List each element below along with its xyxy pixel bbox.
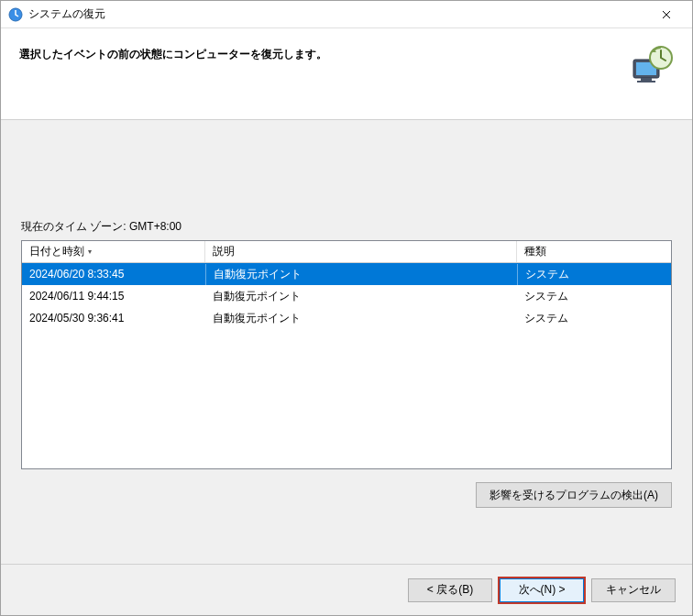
restore-points-table: 日付と時刻 ▾ 説明 種類 2024/06/20 8:33:45自動復元ポイント… <box>21 240 672 469</box>
column-type-label: 種類 <box>524 244 546 259</box>
column-description[interactable]: 説明 <box>205 241 517 262</box>
footer: < 戻る(B) 次へ(N) > キャンセル <box>1 564 692 615</box>
svg-rect-5 <box>637 81 655 82</box>
system-restore-icon <box>8 7 23 22</box>
cell-description: 自動復元ポイント <box>205 264 517 285</box>
header-text: 選択したイベントの前の状態にコンピューターを復元します。 <box>19 43 327 62</box>
restore-hero-icon <box>630 43 674 87</box>
column-date-label: 日付と時刻 <box>29 244 84 259</box>
spacer <box>21 137 672 219</box>
back-button[interactable]: < 戻る(B) <box>408 578 492 602</box>
cell-description: 自動復元ポイント <box>205 308 517 329</box>
scan-row: 影響を受けるプログラムの検出(A) <box>21 482 672 508</box>
next-button[interactable]: 次へ(N) > <box>500 578 584 602</box>
column-type[interactable]: 種類 <box>517 241 671 262</box>
cell-date: 2024/06/20 8:33:45 <box>22 265 205 283</box>
table-row[interactable]: 2024/06/20 8:33:45自動復元ポイントシステム <box>22 263 671 285</box>
system-restore-window: システムの復元 選択したイベントの前の状態にコンピューターを復元します。 現在の… <box>0 0 693 616</box>
titlebar: システムの復元 <box>1 1 692 28</box>
cell-date: 2024/06/11 9:44:15 <box>22 287 205 305</box>
window-title: システムの復元 <box>28 6 648 22</box>
close-button[interactable] <box>648 2 685 28</box>
header: 選択したイベントの前の状態にコンピューターを復元します。 <box>1 28 692 120</box>
table-body: 2024/06/20 8:33:45自動復元ポイントシステム2024/06/11… <box>22 263 671 468</box>
table-header: 日付と時刻 ▾ 説明 種類 <box>22 241 671 263</box>
cell-type: システム <box>517 264 671 285</box>
content-area: 現在のタイム ゾーン: GMT+8:00 日付と時刻 ▾ 説明 種類 2024/… <box>1 120 692 564</box>
column-date[interactable]: 日付と時刻 ▾ <box>22 241 205 262</box>
cell-description: 自動復元ポイント <box>205 286 517 307</box>
cell-date: 2024/05/30 9:36:41 <box>22 309 205 327</box>
table-row[interactable]: 2024/05/30 9:36:41自動復元ポイントシステム <box>22 307 671 329</box>
sort-desc-icon: ▾ <box>88 248 92 256</box>
cell-type: システム <box>517 286 671 307</box>
svg-rect-4 <box>641 78 652 81</box>
cell-type: システム <box>517 308 671 329</box>
table-row[interactable]: 2024/06/11 9:44:15自動復元ポイントシステム <box>22 285 671 307</box>
cancel-button[interactable]: キャンセル <box>591 578 676 602</box>
scan-affected-programs-button[interactable]: 影響を受けるプログラムの検出(A) <box>476 482 672 508</box>
timezone-label: 現在のタイム ゾーン: GMT+8:00 <box>21 219 672 235</box>
column-desc-label: 説明 <box>213 244 235 259</box>
